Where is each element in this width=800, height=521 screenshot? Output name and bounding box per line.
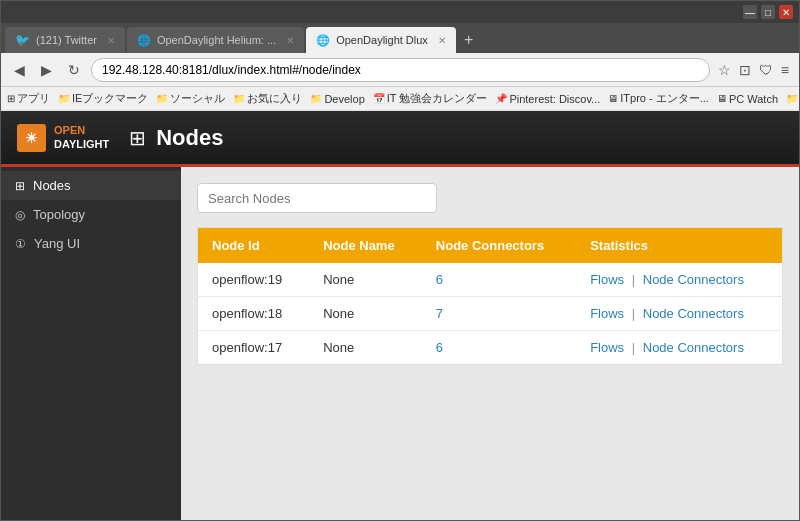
table-row: openflow:19 None 6 Flows | Node Connecto… [198,263,783,297]
bookmark-ie[interactable]: 📁 IEブックマーク [58,91,148,106]
node-id-cell: openflow:18 [198,297,310,331]
search-input[interactable] [197,183,437,213]
twitter-icon: 🐦 [15,33,30,47]
nodes-table: Node Id Node Name Node Connectors Statis… [197,227,783,365]
tab-helium-close[interactable]: ✕ [286,35,294,46]
new-tab-button[interactable]: + [458,31,479,49]
connectors-cell: 6 [422,263,576,297]
content-area: Node Id Node Name Node Connectors Statis… [181,167,799,520]
table-row: openflow:18 None 7 Flows | Node Connecto… [198,297,783,331]
fav-icon: 📁 [233,93,245,104]
ie-icon: 📁 [58,93,70,104]
tab-dlux-close[interactable]: ✕ [438,35,446,46]
flows-link-2[interactable]: Flows [590,340,624,355]
yang-sidebar-icon: ① [15,237,26,251]
node-connectors-link-2[interactable]: Node Connectors [643,340,744,355]
sidebar-item-topology[interactable]: ◎ Topology [1,200,181,229]
col-node-name: Node Name [309,228,422,264]
app-header: ☀ OPEN DAYLIGHT ⊞ Nodes [1,111,799,167]
bookmarks-bar: ⊞ アプリ 📁 IEブックマーク 📁 ソーシャル 📁 お気に入り 📁 Devel… [1,87,799,111]
apps-icon: ⊞ [7,93,15,104]
col-node-connectors: Node Connectors [422,228,576,264]
flows-link-0[interactable]: Flows [590,272,624,287]
bookmark-develop[interactable]: 📁 Develop [310,93,364,105]
tab-dlux-icon: 🌐 [316,34,330,47]
connector-count-link-1[interactable]: 7 [436,306,443,321]
node-id-cell: openflow:19 [198,263,310,297]
bookmark-pcwatch[interactable]: 🖥 PC Watch [717,93,778,105]
node-connectors-link-1[interactable]: Node Connectors [643,306,744,321]
address-input[interactable] [91,58,710,82]
toolbar-icons: ☆ ⊡ 🛡 ≡ [716,60,791,80]
social-icon: 📁 [156,93,168,104]
separator-2: | [632,340,635,355]
table-row: openflow:17 None 6 Flows | Node Connecto… [198,331,783,365]
bookmark-apps[interactable]: ⊞ アプリ [7,91,50,106]
tab-dlux[interactable]: 🌐 OpenDaylight Dlux ✕ [306,27,456,53]
jacks-icon: 📁 [786,93,798,104]
tab-helium-label: OpenDaylight Helium: ... [157,34,276,46]
minimize-button[interactable]: — [743,5,757,19]
node-name-cell: None [309,263,422,297]
node-connectors-link-0[interactable]: Node Connectors [643,272,744,287]
itpro-icon: 🖥 [608,93,618,104]
forward-button[interactable]: ▶ [36,60,57,80]
node-name-cell: None [309,297,422,331]
table-header: Node Id Node Name Node Connectors Statis… [198,228,783,264]
connector-count-link-0[interactable]: 6 [436,272,443,287]
connectors-cell: 6 [422,331,576,365]
tab-twitter[interactable]: 🐦 (121) Twitter ✕ [5,27,125,53]
statistics-cell: Flows | Node Connectors [576,331,782,365]
address-bar: ◀ ▶ ↻ ☆ ⊡ 🛡 ≡ [1,53,799,87]
pcwatch-icon: 🖥 [717,93,727,104]
bookmark-it[interactable]: 📅 IT 勉強会カレンダー [373,91,488,106]
sidebar-item-yang-ui[interactable]: ① Yang UI [1,229,181,258]
bookmark-jacks[interactable]: 📁 ジャックス インター... [786,91,799,106]
bookmark-itpro[interactable]: 🖥 ITpro - エンター... [608,91,709,106]
connectors-cell: 7 [422,297,576,331]
bookmark-star-icon[interactable]: ☆ [716,60,733,80]
refresh-button[interactable]: ↻ [63,60,85,80]
maximize-button[interactable]: □ [761,5,775,19]
flows-link-1[interactable]: Flows [590,306,624,321]
menu-icon[interactable]: ≡ [779,60,791,80]
bookmark-social[interactable]: 📁 ソーシャル [156,91,225,106]
table-body: openflow:19 None 6 Flows | Node Connecto… [198,263,783,365]
logo-open: OPEN [54,124,109,137]
sidebar-item-nodes-label: Nodes [33,178,71,193]
node-name-cell: None [309,331,422,365]
logo-area: ☀ OPEN DAYLIGHT [17,124,109,152]
close-button[interactable]: ✕ [779,5,793,19]
col-statistics: Statistics [576,228,782,264]
tab-helium-icon: 🌐 [137,34,151,47]
sidebar-item-yang-label: Yang UI [34,236,80,251]
tab-dlux-label: OpenDaylight Dlux [336,34,428,46]
connector-count-link-2[interactable]: 6 [436,340,443,355]
pinterest-icon: 📌 [495,93,507,104]
nodes-grid-icon: ⊞ [129,126,146,150]
sidebar-item-nodes[interactable]: ⊞ Nodes [1,171,181,200]
node-id-cell: openflow:17 [198,331,310,365]
title-bar: — □ ✕ [1,1,799,23]
tab-helium[interactable]: 🌐 OpenDaylight Helium: ... ✕ [127,27,304,53]
logo-daylight: DAYLIGHT [54,138,109,151]
toolbar-icon-1[interactable]: ⊡ [737,60,753,80]
back-button[interactable]: ◀ [9,60,30,80]
tab-twitter-close[interactable]: ✕ [107,35,115,46]
logo-text: OPEN DAYLIGHT [54,124,109,150]
table-header-row: Node Id Node Name Node Connectors Statis… [198,228,783,264]
bookmark-pinterest[interactable]: 📌 Pinterest: Discov... [495,93,600,105]
toolbar-icon-2[interactable]: 🛡 [757,60,775,80]
tab-twitter-label: (121) Twitter [36,34,97,46]
col-node-id: Node Id [198,228,310,264]
topology-sidebar-icon: ◎ [15,208,25,222]
statistics-cell: Flows | Node Connectors [576,263,782,297]
develop-icon: 📁 [310,93,322,104]
browser-frame: — □ ✕ 🐦 (121) Twitter ✕ 🌐 OpenDaylight H… [0,0,800,521]
sidebar: ⊞ Nodes ◎ Topology ① Yang UI [1,167,181,520]
it-icon: 📅 [373,93,385,104]
bookmark-favorites[interactable]: 📁 お気に入り [233,91,302,106]
statistics-cell: Flows | Node Connectors [576,297,782,331]
app-area: ☀ OPEN DAYLIGHT ⊞ Nodes ⊞ Nodes [1,111,799,520]
logo-sun-icon: ☀ [25,130,38,146]
